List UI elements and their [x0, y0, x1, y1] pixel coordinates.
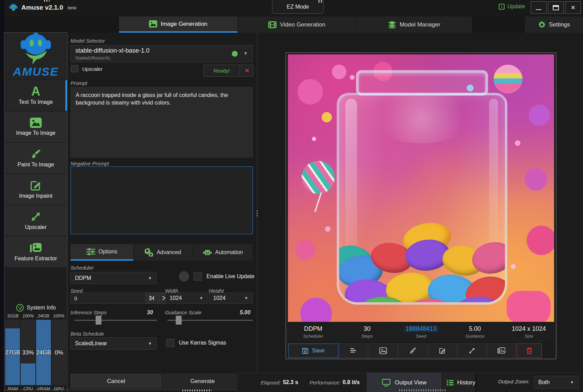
size-value: 1024 x 1024 — [502, 325, 556, 333]
chevron-down-icon: ▼ — [570, 380, 574, 385]
info-steps: 30 Steps — [340, 323, 394, 342]
slider-thumb[interactable] — [96, 316, 101, 325]
sidebar-item-image-to-image[interactable]: Image To Image — [4, 111, 67, 142]
output-zoom-dropdown[interactable]: Both ▼ — [534, 376, 579, 389]
beta-schedule-label: Beta Schedule — [71, 331, 104, 337]
steps-value: 30 — [340, 325, 394, 333]
height-dropdown[interactable]: 1024 ▼ — [209, 293, 253, 304]
settings-button[interactable]: Settings — [525, 17, 583, 33]
cancel-button[interactable]: Cancel — [71, 374, 162, 389]
update-button[interactable]: i Update — [499, 3, 525, 10]
slider-thumb[interactable] — [176, 316, 182, 325]
generate-button[interactable]: Generate — [163, 374, 242, 389]
tab-model-manager[interactable]: Model Manager — [356, 17, 472, 33]
sidebar-item-upscaler[interactable]: Upscaler — [4, 205, 67, 236]
close-icon: ✕ — [571, 4, 575, 11]
height-value: 1024 — [213, 295, 226, 301]
splitter-grip-icon[interactable] — [255, 206, 259, 220]
unload-model-button[interactable]: ✕ — [241, 65, 253, 77]
scheduler-dropdown[interactable]: DDPM ▼ — [71, 272, 156, 284]
history-button[interactable]: History — [442, 373, 475, 392]
last-seed-button[interactable] — [145, 293, 158, 304]
prompt-input[interactable]: A raccoon trapped inside a glass jar ful… — [71, 87, 253, 157]
inference-steps-value: 30 — [147, 309, 153, 316]
send-to-image-button[interactable] — [369, 344, 398, 358]
tab-label: Video Generation — [280, 21, 325, 28]
minimize-button[interactable] — [531, 1, 547, 14]
gauge-icon — [16, 304, 24, 312]
negative-prompt-input[interactable] — [71, 166, 253, 234]
karras-sigmas-label: Use Karras Sigmas — [179, 340, 226, 346]
model-selector-dropdown[interactable]: stable-diffusion-xl-base-1.0 StableDiffu… — [71, 45, 253, 62]
trash-icon — [526, 347, 532, 354]
delete-button[interactable] — [517, 344, 542, 358]
tab-options[interactable]: Options — [71, 244, 133, 261]
elapsed-time: Elapsed: 52.3 s — [261, 373, 298, 392]
model-selector-label: Model Selector — [71, 38, 105, 44]
tab-video-generation[interactable]: Video Generation — [238, 17, 356, 33]
tab-label: Advanced — [156, 249, 181, 255]
ready-status-button[interactable]: Ready! — [204, 65, 240, 77]
guidance-value: 5.00 — [448, 325, 502, 333]
close-button[interactable]: ✕ — [565, 1, 581, 14]
minimize-icon — [536, 9, 541, 10]
gpu-max: 100% — [51, 313, 67, 318]
tab-advanced[interactable]: Advanced — [133, 244, 193, 261]
edit-square-icon — [439, 347, 446, 354]
scheduler-label: Scheduler — [286, 334, 340, 339]
output-zoom-value: Both — [538, 379, 550, 385]
send-to-paint-button[interactable] — [398, 344, 427, 358]
scheduler-value: DDPM — [286, 325, 340, 333]
save-button[interactable]: Save — [288, 344, 338, 358]
brush-icon — [409, 347, 416, 354]
panel-edge — [475, 373, 476, 392]
live-update-label: Enable Live Update — [206, 273, 255, 280]
save-label: Save — [312, 348, 324, 354]
tab-automation[interactable]: Automation — [193, 244, 253, 261]
inference-steps-slider[interactable] — [74, 316, 157, 325]
skip-end-icon — [149, 295, 155, 301]
monitor-icon — [382, 379, 391, 387]
slider-track — [74, 320, 157, 321]
sidebar-item-paint-to-image[interactable]: Paint To Image — [4, 143, 67, 173]
upscaler-checkbox[interactable] — [71, 65, 78, 72]
chevron-down-icon: ▼ — [244, 296, 248, 301]
elapsed-label: Elapsed: — [261, 380, 281, 385]
generated-image[interactable] — [288, 54, 554, 322]
width-dropdown[interactable]: 1024 ▼ — [165, 293, 208, 304]
send-to-feature-extractor-button[interactable] — [487, 344, 516, 358]
cpu-value: 33% — [21, 349, 35, 356]
image-icon — [149, 20, 157, 28]
send-to-upscaler-button[interactable] — [457, 344, 486, 358]
guidance-scale-slider[interactable] — [168, 316, 253, 325]
sidebar-item-feature-extractor[interactable]: Feature Extractor — [4, 237, 67, 267]
sidebar-item-image-inpaint[interactable]: Image Inpaint — [4, 174, 67, 205]
maximize-button[interactable] — [548, 1, 564, 14]
info-guidance: 5.00 Guidance — [448, 323, 502, 342]
upscaler-label: Upscaler — [82, 66, 102, 72]
sidebar-item-text-to-image[interactable]: A Text To Image — [4, 80, 67, 111]
vram-max: 24GB — [36, 313, 51, 318]
ram-value: 27GB — [5, 349, 20, 356]
seed-value[interactable]: 188848413 — [403, 325, 439, 333]
window-edge — [0, 0, 4, 392]
tab-label: Automation — [215, 249, 243, 255]
gears-icon — [144, 248, 153, 257]
beta-schedule-dropdown[interactable]: ScaledLinear ▼ — [71, 337, 156, 350]
vram-bar: 24GB — [36, 320, 51, 385]
prompt-details-button[interactable] — [339, 344, 368, 358]
generation-info-row: DDPM Scheduler 30 Steps 188848413 Seed 5… — [286, 323, 556, 342]
steps-label: Steps — [340, 334, 394, 339]
send-to-inpaint-button[interactable] — [428, 344, 457, 358]
seed-input[interactable] — [71, 293, 144, 304]
images-icon — [30, 242, 42, 253]
guidance-scale-label: Guidance Scale — [165, 309, 202, 315]
beta-schedule-value: ScaledLinear — [75, 340, 107, 347]
resize-arrows-icon — [468, 347, 475, 354]
tab-image-generation[interactable]: Image Generation — [119, 17, 238, 33]
live-update-checkbox[interactable] — [194, 272, 202, 281]
negative-prompt-label: Negative Prompt — [71, 161, 109, 166]
karras-sigmas-checkbox[interactable] — [166, 339, 174, 347]
ez-mode-button[interactable]: EZ Mode — [272, 0, 324, 14]
chevron-down-icon: ▼ — [148, 276, 152, 281]
